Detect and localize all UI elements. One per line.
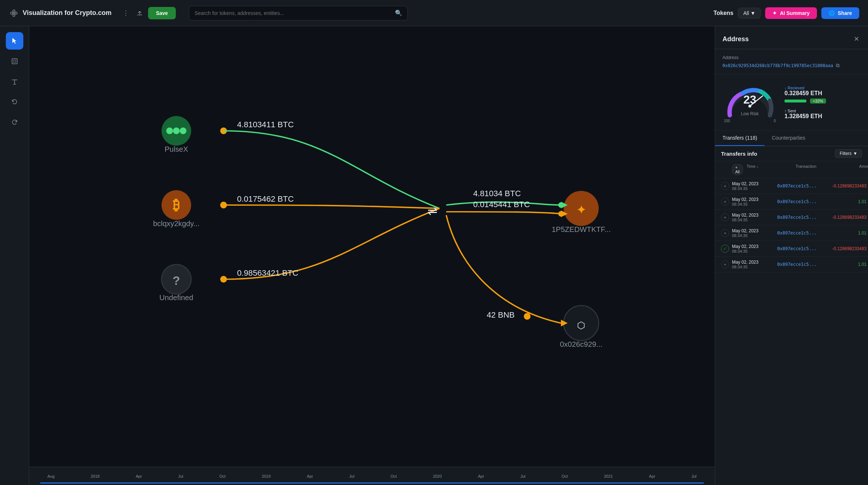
received-badge: +32% (810, 98, 826, 104)
chevron-down-icon: ▼ (853, 151, 857, 156)
table-row[interactable]: ✓ May 02, 2023 08:34:35 0x897ecce1c5... … (715, 241, 868, 257)
svg-text:0.0175462 BTC: 0.0175462 BTC (237, 194, 294, 203)
close-panel-button[interactable]: ✕ (852, 34, 861, 44)
copy-address-button[interactable]: ⧉ (836, 62, 840, 69)
address-value: 0x026c929534d268cb778b7f9c199785ec31808a… (722, 63, 833, 68)
visualization-canvas[interactable]: ₿ ? ✦ ⬡ ⇌ (29, 26, 715, 485)
timeline-label: Jul (349, 474, 354, 478)
row-tx[interactable]: 0x897ecce1c5... (777, 199, 817, 204)
text-tool-button[interactable] (6, 73, 23, 90)
received-stat: ↓ Recieved 0.328459 ETH +32% (784, 86, 826, 104)
frame-tool-button[interactable] (6, 53, 23, 70)
search-input[interactable] (194, 10, 391, 16)
svg-point-20 (220, 128, 227, 135)
table-row[interactable]: ＋ May 02, 2023 08:34:35 0x897ecce1c5... … (715, 225, 868, 241)
header-right: Tokens All ▼ ✦ AI Summary 🌐 Share (713, 7, 859, 19)
col-amount-header: Amount ↓ (818, 164, 868, 175)
row-datetime: May 02, 2023 08:34:35 (732, 181, 776, 191)
timeline-label: Jul (178, 474, 183, 478)
svg-text:✦: ✦ (577, 204, 586, 216)
row-tx[interactable]: 0x897ecce1c5... (777, 230, 817, 236)
more-options-button[interactable]: ⋮ (120, 7, 131, 19)
row-datetime: May 02, 2023 08:34:35 (732, 260, 776, 269)
gauge-score: 23 (743, 94, 756, 105)
row-status-icon: ＋ (721, 182, 729, 190)
svg-point-18 (563, 306, 598, 341)
svg-text:₿: ₿ (173, 198, 180, 213)
timeline-label: Oct (220, 474, 226, 478)
row-tx[interactable]: 0x897ecce1c5... (777, 215, 817, 220)
row-datetime: May 02, 2023 08:34:35 (732, 228, 776, 238)
svg-rect-7 (13, 60, 16, 62)
share-button[interactable]: 🌐 Share (821, 7, 859, 19)
svg-marker-27 (561, 210, 568, 217)
app-title: Visualization for Crypto.com (23, 9, 112, 17)
filters-button[interactable]: Filters ▼ (835, 149, 862, 158)
undo-button[interactable] (6, 93, 23, 111)
row-status-icon: ＋ (721, 198, 729, 206)
save-button[interactable]: Save (148, 7, 176, 19)
risk-gauge: 23 Low Risk 100 0 (722, 81, 777, 124)
timeline-label: Jul (520, 474, 526, 478)
timeline-label: 2019 (262, 474, 271, 478)
row-status-icon: ✓ (721, 245, 729, 253)
header: Visualization for Crypto.com ⋮ Save 🔍 To… (0, 0, 868, 26)
timeline-bar (40, 482, 704, 484)
timeline-label: Apr (307, 474, 313, 478)
tokens-dropdown[interactable]: All ▼ (738, 8, 761, 19)
svg-point-11 (180, 128, 187, 135)
transfers-table-header: + All Time ↓ Transaction Amount ↓ (715, 161, 868, 178)
timeline-labels: Aug 2018 Apr Jul Oct 2019 Apr Jul Oct 20… (47, 474, 697, 478)
svg-point-0 (11, 12, 13, 14)
row-amount: 1.01 ETH (818, 199, 868, 204)
row-amount: -0.128698233483 ETH (818, 215, 868, 220)
transfers-title: Transfers info (721, 151, 757, 157)
ai-summary-button[interactable]: ✦ AI Summary (765, 7, 817, 19)
row-tx[interactable]: 0x897ecce1c5... (777, 262, 817, 267)
row-status-icon: ＋ (721, 229, 729, 237)
tokens-label: Tokens (713, 10, 733, 16)
svg-text:0.0145441 BTC: 0.0145441 BTC (473, 200, 530, 209)
row-tx[interactable]: 0x897ecce1c5... (777, 246, 817, 251)
table-row[interactable]: ＋ May 02, 2023 08:34:35 0x897ecce1c5... … (715, 210, 868, 225)
left-toolbar (0, 26, 29, 485)
row-datetime: May 02, 2023 08:34:35 (732, 197, 776, 206)
row-amount: 1.01 ETH (818, 262, 868, 267)
table-row[interactable]: ＋ May 02, 2023 08:34:35 0x897ecce1c5... … (715, 178, 868, 194)
row-status-icon: ＋ (721, 260, 729, 268)
address-label: Address (722, 55, 861, 60)
timeline-label: 2021 (604, 474, 613, 478)
table-row[interactable]: ＋ May 02, 2023 08:34:35 0x897ecce1c5... … (715, 194, 868, 210)
svg-text:?: ? (173, 274, 180, 287)
app-logo: Visualization for Crypto.com (9, 8, 112, 18)
timeline-label: Jul (691, 474, 697, 478)
svg-marker-29 (561, 320, 568, 327)
table-row[interactable]: ＋ May 02, 2023 08:34:35 0x897ecce1c5... … (715, 257, 868, 272)
received-value: 0.328459 ETH (784, 90, 822, 97)
cursor-tool-button[interactable] (6, 32, 23, 50)
svg-point-22 (220, 276, 227, 283)
svg-point-8 (162, 116, 191, 146)
svg-point-1 (13, 10, 15, 12)
header-actions: ⋮ Save (120, 7, 176, 19)
svg-text:bclqxy2kgdy...: bclqxy2kgdy... (153, 220, 199, 228)
svg-text:4.81034 BTC: 4.81034 BTC (473, 189, 521, 198)
svg-point-12 (162, 190, 191, 220)
row-tx[interactable]: 0x897ecce1c5... (777, 183, 817, 189)
sent-stat: ↑ Sent 1.328459 ETH (784, 109, 826, 120)
timeline-label: Apr (478, 474, 484, 478)
svg-text:PulseX: PulseX (164, 145, 188, 153)
transfers-table-body: ＋ May 02, 2023 08:34:35 0x897ecce1c5... … (715, 178, 868, 485)
svg-text:Undefined: Undefined (159, 294, 193, 302)
svg-text:0.98563421 BTC: 0.98563421 BTC (237, 269, 298, 278)
tab-counterparties[interactable]: Counterparties (764, 131, 813, 146)
share-upload-button[interactable] (134, 7, 145, 19)
redo-button[interactable] (6, 114, 23, 131)
sent-value: 1.328459 ETH (784, 113, 826, 120)
filter-all-badge[interactable]: + All (732, 164, 743, 175)
panel-header: Address ✕ (715, 26, 868, 49)
tab-transfers[interactable]: Transfers (118) (715, 131, 764, 146)
timeline-label: Oct (391, 474, 397, 478)
timeline-label: 2018 (91, 474, 100, 478)
gauge-section: 23 Low Risk 100 0 ↓ Recieved 0.328459 ET… (715, 75, 868, 131)
